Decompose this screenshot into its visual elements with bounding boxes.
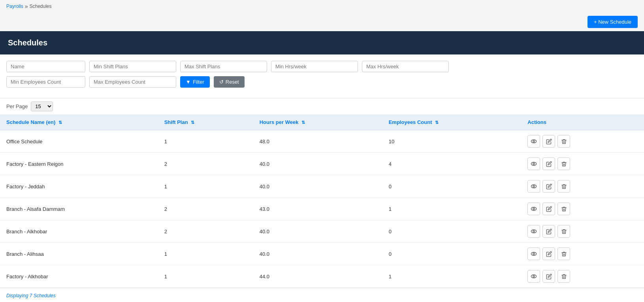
trash-icon [561,206,567,212]
cell-schedule-name: Factory - Alkhobar [0,265,158,288]
cell-employees-count: 1 [382,265,522,288]
min-shift-plans-input[interactable] [89,61,176,72]
col-shift-plan[interactable]: Shift Plan ⇅ [158,114,253,130]
min-employees-count-input[interactable] [6,76,85,88]
edit-button[interactable] [542,203,555,215]
sort-icon-schedule-name: ⇅ [58,120,62,125]
sort-icon-shift-plan: ⇅ [191,120,194,125]
breadcrumb-parent[interactable]: Payrolls [6,4,23,9]
view-button[interactable] [527,203,540,215]
delete-button[interactable] [557,180,570,193]
cell-actions [521,220,644,243]
sort-icon-hours: ⇅ [301,120,305,125]
filter-button-label: Filter [193,79,204,85]
cell-schedule-name: Factory - Jeddah [0,175,158,198]
cell-shift-plan: 1 [158,243,253,265]
cell-actions [521,265,644,288]
trash-icon [561,139,567,144]
delete-button[interactable] [557,270,570,283]
delete-button[interactable] [557,203,570,215]
filters-section: ▼ Filter ↺ Reset [0,54,644,98]
svg-point-1 [533,141,535,142]
cell-employees-count: 0 [382,220,522,243]
max-employees-count-input[interactable] [89,76,176,88]
per-page-select[interactable]: 10 15 25 50 100 [31,101,53,111]
svg-point-0 [531,140,537,143]
cell-hours-per-week: 40.0 [253,175,382,198]
filter-icon: ▼ [186,79,191,85]
edit-icon [546,229,552,234]
cell-employees-count: 1 [382,198,522,220]
table-row: Branch - Alihsaa 1 40.0 0 [0,243,644,265]
breadcrumb-separator: » [25,3,28,9]
reset-button-label: Reset [226,79,239,85]
svg-point-11 [533,253,535,255]
top-bar: + New Schedule [0,13,644,31]
view-button[interactable] [527,158,540,170]
cell-employees-count: 10 [382,130,522,153]
edit-button[interactable] [542,270,555,283]
delete-button[interactable] [557,135,570,148]
filter-row-1 [6,61,638,72]
edit-button[interactable] [542,158,555,170]
view-button[interactable] [527,225,540,238]
eye-icon [531,228,537,234]
cell-employees-count: 4 [382,153,522,175]
table-row: Factory - Eastern Reigon 2 40.0 4 [0,153,644,175]
page-header: Schedules [0,31,644,54]
edit-icon [546,184,552,189]
edit-button[interactable] [542,180,555,193]
min-hrs-week-input[interactable] [271,61,358,72]
trash-icon [561,274,567,279]
cell-schedule-name: Factory - Eastern Reigon [0,153,158,175]
view-button[interactable] [527,180,540,193]
edit-icon [546,251,552,257]
name-input[interactable] [6,61,85,72]
cell-hours-per-week: 44.0 [253,265,382,288]
delete-button[interactable] [557,248,570,260]
svg-point-8 [531,230,537,233]
reset-button[interactable]: ↺ Reset [214,76,245,88]
table-row: Branch - Alsafa Dammam 2 43.0 1 [0,198,644,220]
svg-point-4 [531,185,537,188]
breadcrumb-current: Schedules [29,4,51,9]
delete-button[interactable] [557,158,570,170]
eye-icon [531,183,537,189]
trash-icon [561,184,567,189]
delete-button[interactable] [557,225,570,238]
table-header: Schedule Name (en) ⇅ Shift Plan ⇅ Hours … [0,114,644,130]
eye-icon [531,251,537,257]
cell-schedule-name: Branch - Alihsaa [0,243,158,265]
footer-info: Displaying 7 Schedules [0,288,644,302]
view-button[interactable] [527,270,540,283]
edit-button[interactable] [542,225,555,238]
cell-hours-per-week: 43.0 [253,198,382,220]
new-schedule-button[interactable]: + New Schedule [588,16,638,28]
breadcrumb: Payrolls » Schedules [0,0,644,13]
view-button[interactable] [527,135,540,148]
cell-shift-plan: 2 [158,153,253,175]
table-row: Branch - Alkhobar 2 40.0 0 [0,220,644,243]
cell-actions [521,198,644,220]
edit-button[interactable] [542,135,555,148]
col-hours-per-week[interactable]: Hours per Week ⇅ [253,114,382,130]
svg-point-13 [533,276,535,277]
filter-button[interactable]: ▼ Filter [180,76,210,88]
edit-button[interactable] [542,248,555,260]
trash-icon [561,229,567,234]
svg-point-5 [533,186,535,187]
col-schedule-name[interactable]: Schedule Name (en) ⇅ [0,114,158,130]
eye-icon [531,161,537,167]
col-employees-count[interactable]: Employees Count ⇅ [382,114,522,130]
reset-icon: ↺ [219,79,224,85]
page-title: Schedules [8,38,47,47]
table-row: Factory - Jeddah 1 40.0 0 [0,175,644,198]
svg-point-10 [531,252,537,255]
max-hrs-week-input[interactable] [362,61,449,72]
view-button[interactable] [527,248,540,260]
cell-schedule-name: Branch - Alkhobar [0,220,158,243]
eye-icon [531,273,537,279]
cell-actions [521,130,644,153]
cell-actions [521,175,644,198]
max-shift-plans-input[interactable] [180,61,267,72]
